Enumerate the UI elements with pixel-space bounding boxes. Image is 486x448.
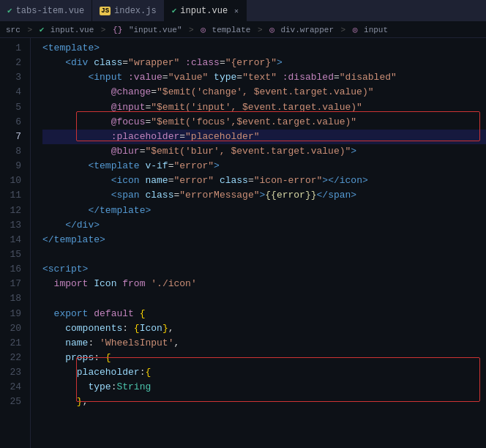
line-num: 24 (0, 380, 21, 395)
line-num: 7 (0, 130, 21, 144)
line-num: 18 (0, 291, 21, 306)
breadcrumb-obj4: ◎ (353, 25, 358, 34)
line-num: 8 (0, 144, 21, 159)
code-line-11: <span class="errorMessage">{{error}}</sp… (42, 188, 486, 203)
code-line-23: placeholder:{ (42, 365, 486, 380)
line-num: 14 (0, 233, 21, 247)
line-num: 1 (0, 41, 21, 56)
tab-label: index.js (114, 6, 157, 16)
breadcrumb-file: input.vue (45, 26, 94, 34)
breadcrumb: src > ✔ input.vue > {} "input.vue" > ◎ t… (0, 22, 486, 38)
vue-icon: ✔ (172, 6, 177, 15)
tab-label: tabs-item.vue (16, 6, 85, 16)
code-line-21: name: 'WheelsInput', (42, 336, 486, 351)
breadcrumb-div: div.wrapper (276, 26, 334, 34)
breadcrumb-src: src (6, 26, 20, 34)
code-content: <template> <div class="wrapper" :class="… (31, 38, 486, 448)
code-line-5: @input="$emit('input', $event.target.val… (42, 100, 486, 115)
close-icon[interactable]: ✕ (234, 7, 239, 15)
breadcrumb-file-icon: ✔ (40, 25, 45, 34)
breadcrumb-obj2: ◎ (201, 25, 206, 34)
code-line-2: <div class="wrapper" :class="{error}"> (42, 56, 486, 70)
line-num: 21 (0, 336, 21, 351)
line-num: 5 (0, 100, 21, 115)
line-num: 25 (0, 395, 21, 409)
code-line-7: :placeholder="placeholder" (42, 130, 486, 144)
code-line-20: components: {Icon}, (42, 321, 486, 336)
code-line-6: @focus="$emit('focus',$event.target.valu… (42, 115, 486, 130)
code-line-18 (42, 291, 486, 306)
code-line-13: </div> (42, 218, 486, 233)
code-line-24: type:String (42, 380, 486, 395)
line-num: 11 (0, 188, 21, 203)
line-num: 9 (0, 159, 21, 173)
tab-tabs-item-vue[interactable]: ✔ tabs-item.vue (0, 0, 92, 21)
code-line-19: export default { (42, 307, 486, 321)
vue-icon: ✔ (7, 6, 12, 15)
code-line-16: <script> (42, 262, 486, 277)
code-line-8: @blur="$emit('blur', $event.target.value… (42, 144, 486, 159)
code-editor[interactable]: 1 2 3 4 5 6 7 8 9 10 11 12 13 14 15 16 1… (0, 38, 486, 448)
tab-bar: ✔ tabs-item.vue JS index.js ✔ input.vue … (0, 0, 486, 22)
code-line-15 (42, 247, 486, 262)
editor-window: ✔ tabs-item.vue JS index.js ✔ input.vue … (0, 0, 486, 448)
line-num: 23 (0, 365, 21, 380)
line-num: 20 (0, 321, 21, 336)
line-num: 4 (0, 85, 21, 100)
line-num: 2 (0, 56, 21, 70)
breadcrumb-obj3: ◎ (269, 25, 274, 34)
breadcrumb-obj1: {} (113, 26, 122, 34)
js-icon: JS (100, 7, 111, 15)
code-line-3: <input :value="value" type="text" :disab… (42, 70, 486, 85)
line-num: 17 (0, 277, 21, 291)
code-line-4: @change="$emit('change', $event.target.v… (42, 85, 486, 100)
line-num: 19 (0, 307, 21, 321)
breadcrumb-q: "input.vue" (124, 26, 182, 34)
code-line-22: props: { (42, 351, 486, 365)
code-line-14: </template> (42, 233, 486, 247)
line-num: 22 (0, 351, 21, 365)
tab-label: input.vue (180, 6, 228, 16)
line-num: 6 (0, 115, 21, 130)
line-numbers: 1 2 3 4 5 6 7 8 9 10 11 12 13 14 15 16 1… (0, 38, 31, 448)
code-line-1: <template> (42, 41, 486, 56)
line-num: 3 (0, 70, 21, 85)
line-num: 13 (0, 218, 21, 233)
code-line-9: <template v-if="error"> (42, 159, 486, 173)
breadcrumb-input: input (359, 26, 388, 34)
line-num: 12 (0, 204, 21, 218)
code-line-17: import Icon from './icon' (42, 277, 486, 291)
tab-index-js[interactable]: JS index.js (92, 0, 164, 21)
line-num: 15 (0, 247, 21, 262)
code-line-12: </template> (42, 204, 486, 218)
tab-input-vue[interactable]: ✔ input.vue ✕ (165, 0, 247, 21)
code-line-10: <icon name="error" class="icon-error"></… (42, 173, 486, 188)
line-num: 10 (0, 173, 21, 188)
line-num: 16 (0, 262, 21, 277)
code-line-25: }, (42, 395, 486, 409)
breadcrumb-template: template (207, 26, 250, 34)
